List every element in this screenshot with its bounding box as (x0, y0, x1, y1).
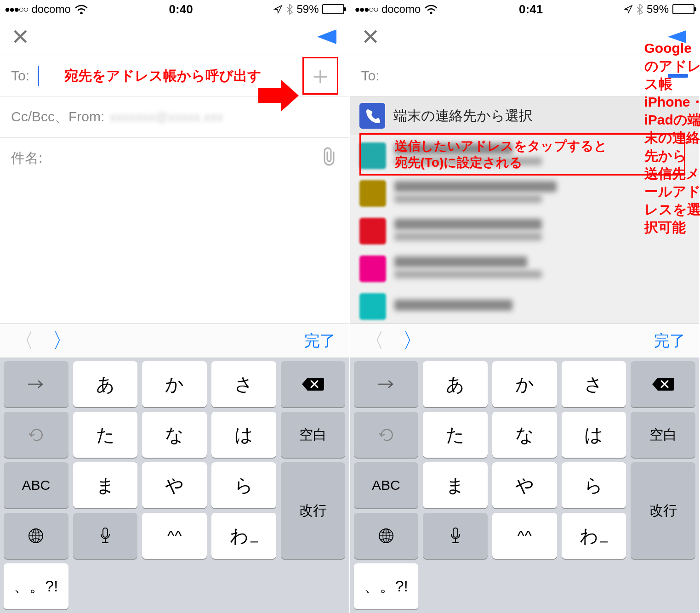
svg-rect-4 (103, 528, 108, 537)
wifi-icon (424, 4, 438, 14)
carrier-label: docomo (31, 3, 70, 16)
battery-icon (672, 4, 694, 14)
add-contact-button[interactable]: ＋ (302, 57, 338, 95)
keyboard: あ か さ た な は 空白 ABC ま や ら 改行 ^^ わー 、。?! (350, 358, 700, 613)
key-ta[interactable]: た (73, 412, 138, 458)
key-emoticon[interactable]: ^^ (492, 513, 557, 559)
key-enter[interactable]: 改行 (281, 462, 346, 559)
key-ya[interactable]: や (492, 462, 557, 508)
key-next-candidate[interactable] (4, 361, 68, 407)
status-bar: ●●●○○ docomo 0:41 59% (350, 0, 700, 18)
phone-right: ●●●○○ docomo 0:41 59% ✕ Googleのアドレス帳 iPh… (350, 0, 700, 613)
status-bar: ●●●○○ docomo 0:40 59% (0, 0, 349, 18)
next-field-button[interactable]: 〉 (403, 327, 423, 354)
clock: 0:41 (519, 2, 543, 17)
signal-dots-icon: ●●●○○ (355, 4, 378, 15)
key-a[interactable]: あ (423, 361, 488, 407)
to-label: To: (11, 68, 29, 84)
key-wa[interactable]: わー (211, 513, 276, 559)
key-next-candidate[interactable] (354, 361, 419, 407)
to-label: To: (361, 68, 380, 84)
from-address-blurred: xxxxxxx@xxxxx.xxx (110, 110, 223, 125)
key-sa[interactable]: さ (562, 361, 626, 407)
key-abc[interactable]: ABC (4, 462, 68, 508)
key-undo[interactable] (354, 412, 419, 458)
phone-icon (359, 103, 385, 129)
contact-row-blurred[interactable] (350, 250, 700, 288)
key-emoticon[interactable]: ^^ (142, 513, 207, 559)
prev-field-button[interactable]: 〈 (14, 327, 34, 354)
keyboard-done-button[interactable]: 完了 (304, 330, 336, 352)
key-ma[interactable]: ま (423, 462, 488, 508)
keyboard-done-button[interactable]: 完了 (654, 330, 685, 352)
location-icon (624, 5, 633, 14)
send-button[interactable] (316, 28, 338, 46)
carrier-label: docomo (381, 3, 421, 16)
cc-bcc-from-label: Cc/Bcc、From: (11, 108, 104, 126)
keyboard-accessory: 〈 〉 完了 (0, 324, 349, 358)
key-ka[interactable]: か (142, 361, 207, 407)
bluetooth-icon (286, 4, 293, 15)
text-cursor (38, 66, 39, 86)
annotation-add-contact: 宛先をアドレス帳から呼び出す (64, 55, 262, 96)
contact-device-label: 端末の連絡先から選択 (393, 107, 533, 125)
key-ka[interactable]: か (492, 361, 557, 407)
svg-rect-10 (453, 528, 458, 537)
key-na[interactable]: な (492, 412, 557, 458)
compose-header: ✕ (0, 18, 349, 55)
battery-pct: 59% (647, 3, 669, 16)
signal-dots-icon: ●●●○○ (5, 4, 28, 15)
key-wa[interactable]: わー (562, 513, 626, 559)
key-na[interactable]: な (142, 412, 207, 458)
close-button[interactable]: ✕ (361, 24, 380, 50)
key-a[interactable]: あ (73, 361, 138, 407)
clock: 0:40 (169, 2, 193, 17)
key-globe[interactable] (4, 513, 68, 559)
next-field-button[interactable]: 〉 (52, 327, 73, 354)
attachment-icon[interactable] (320, 147, 338, 170)
key-ra[interactable]: ら (562, 462, 626, 508)
key-punct[interactable]: 、。?! (354, 563, 419, 609)
location-icon (273, 5, 283, 14)
key-mic[interactable] (73, 513, 138, 559)
key-space[interactable]: 空白 (631, 412, 695, 458)
phone-left: ●●●○○ docomo 0:40 59% ✕ To: 宛先をアドレス帳から呼び… (0, 0, 350, 613)
key-ma[interactable]: ま (73, 462, 138, 508)
key-backspace[interactable] (631, 361, 695, 407)
compose-body[interactable] (0, 179, 349, 324)
keyboard-accessory: 〈 〉 完了 (350, 324, 700, 358)
contact-row-blurred[interactable] (350, 288, 700, 324)
battery-pct: 59% (296, 3, 319, 16)
key-ta[interactable]: た (423, 412, 488, 458)
key-undo[interactable] (4, 412, 68, 458)
svg-point-6 (430, 12, 433, 14)
svg-marker-1 (318, 30, 336, 43)
key-ha[interactable]: は (211, 412, 276, 458)
annotation-arrow-icon (258, 77, 300, 116)
subject-row[interactable]: 件名: (0, 138, 349, 179)
key-space[interactable]: 空白 (281, 412, 346, 458)
key-mic[interactable] (423, 513, 488, 559)
key-enter[interactable]: 改行 (631, 462, 695, 559)
key-ya[interactable]: や (142, 462, 207, 508)
annotation-tap-address: 送信したいアドレスをタップすると 宛先(To)に設定される (359, 133, 686, 176)
battery-icon (322, 4, 344, 14)
svg-point-0 (80, 12, 82, 14)
key-backspace[interactable] (281, 361, 346, 407)
key-ra[interactable]: ら (211, 462, 276, 508)
key-ha[interactable]: は (562, 412, 626, 458)
key-globe[interactable] (354, 513, 419, 559)
wifi-icon (74, 4, 88, 14)
key-sa[interactable]: さ (211, 361, 276, 407)
close-button[interactable]: ✕ (11, 24, 29, 50)
prev-field-button[interactable]: 〈 (364, 327, 384, 354)
keyboard: あ か さ た な は 空白 ABC ま や ら 改行 ^^ わー 、。?! (0, 358, 349, 613)
svg-marker-5 (258, 80, 299, 111)
bluetooth-icon (637, 4, 643, 15)
subject-label: 件名: (11, 149, 42, 168)
key-punct[interactable]: 、。?! (4, 563, 68, 609)
key-abc[interactable]: ABC (354, 462, 419, 508)
